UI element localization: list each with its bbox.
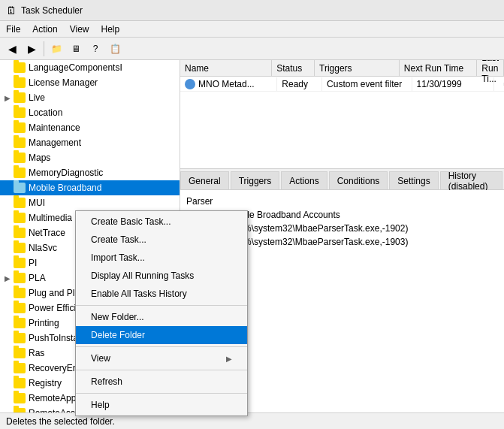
detail-row-1: Parser: [186, 196, 498, 207]
tree-item-licensemanager[interactable]: License Manager: [0, 75, 180, 90]
folder-icon: [14, 122, 26, 133]
col-header-triggers[interactable]: Triggers: [315, 60, 400, 76]
ctx-enable-history[interactable]: Enable All Tasks History: [76, 285, 247, 303]
folder-icon: [14, 77, 26, 88]
toolbar: ◀ ▶ 📁 🖥 ? 📋: [0, 38, 504, 60]
folder-icon: [14, 92, 26, 103]
ctx-display-running[interactable]: Display All Running Tasks: [76, 267, 247, 285]
tree-item-label: NetTrace: [29, 228, 65, 238]
main-layout: LanguageComponentsI License Manager ▶ Li…: [0, 60, 504, 429]
expand-icon: [3, 153, 12, 162]
expand-icon: [3, 334, 12, 343]
expand-icon: [3, 304, 12, 313]
table-row[interactable]: MNO Metad... Ready Custom event filter 1…: [180, 77, 504, 92]
tab-history[interactable]: History (disabled): [440, 171, 502, 189]
app-icon: 🗓: [6, 5, 17, 17]
title-bar: 🗓 Task Scheduler: [0, 0, 504, 21]
expand-icon: [3, 349, 12, 358]
expand-icon: ▶: [3, 273, 12, 282]
ctx-separator-2: [76, 346, 247, 347]
menu-action[interactable]: Action: [26, 21, 63, 37]
tree-item-label: LanguageComponentsI: [29, 62, 122, 73]
col-header-name[interactable]: Name: [180, 60, 272, 76]
expand-icon: [3, 379, 12, 388]
col-header-last[interactable]: Last Run Ti...: [477, 60, 504, 76]
tree-item-maps[interactable]: Maps: [0, 150, 180, 165]
cell-next-run: 11/30/1999: [412, 77, 494, 91]
cell-last-run: [494, 83, 504, 86]
expand-icon: [3, 289, 12, 298]
ctx-view[interactable]: View ▶: [76, 349, 247, 367]
help-button[interactable]: ?: [86, 40, 104, 58]
folder-icon: [14, 243, 26, 253]
tree-item-label: Maintenance: [29, 122, 80, 133]
tree-item-memorydiagnostic[interactable]: MemoryDiagnostic: [0, 165, 180, 180]
cell-status: Ready: [277, 77, 322, 91]
ctx-help[interactable]: Help: [76, 396, 247, 414]
folder-icon: [14, 393, 26, 403]
ctx-view-label: View: [91, 353, 110, 364]
tree-item-live[interactable]: ▶ Live: [0, 90, 180, 105]
expand-icon: ▶: [3, 93, 12, 102]
table-header: Name Status Triggers Next Run Time Last …: [180, 60, 504, 77]
ctx-new-folder[interactable]: New Folder...: [76, 308, 247, 326]
tree-item-label: MUI: [29, 198, 45, 208]
tree-item-label: License Manager: [29, 77, 98, 88]
folder-icon: [14, 348, 26, 358]
app-title: Task Scheduler: [21, 5, 83, 16]
tab-settings[interactable]: Settings: [389, 171, 438, 189]
folder-icon: [14, 183, 26, 193]
forward-button[interactable]: ▶: [23, 40, 41, 58]
folder-icon: [14, 137, 26, 148]
detail-value-1: Parser: [186, 196, 213, 207]
toolbar-separator-1: [44, 41, 44, 56]
task-icon: [185, 79, 195, 89]
tree-item-languagecomponents[interactable]: LanguageComponentsI: [0, 60, 180, 75]
ctx-separator-3: [76, 370, 247, 370]
folder-icon: [14, 363, 26, 373]
tree-item-mui[interactable]: MUI: [0, 195, 180, 210]
menu-file[interactable]: File: [0, 21, 26, 37]
ctx-refresh[interactable]: Refresh: [76, 373, 247, 391]
back-button[interactable]: ◀: [3, 40, 21, 58]
folder-button[interactable]: 📁: [47, 40, 65, 58]
expand-icon: [3, 394, 12, 403]
tree-item-label: PI: [29, 258, 37, 268]
tree-item-label: Printing: [29, 318, 59, 328]
ctx-delete-folder[interactable]: Delete Folder: [76, 326, 247, 344]
tree-item-label: MemoryDiagnostic: [29, 168, 103, 178]
expand-icon: [3, 123, 12, 132]
tab-general[interactable]: General: [180, 171, 229, 189]
expand-icon: [3, 78, 12, 87]
folder-icon: [14, 288, 26, 298]
col-header-next[interactable]: Next Run Time: [400, 60, 478, 76]
properties-button[interactable]: 📋: [106, 40, 124, 58]
menu-bar: File Action View Help: [0, 21, 504, 38]
tab-actions[interactable]: Actions: [281, 171, 327, 189]
folder-icon: [14, 378, 26, 388]
menu-help[interactable]: Help: [95, 21, 126, 37]
col-header-status[interactable]: Status: [272, 60, 315, 76]
tree-item-maintenance[interactable]: Maintenance: [0, 120, 180, 135]
tree-item-label: Multimedia: [29, 213, 72, 223]
tree-item-location[interactable]: Location: [0, 105, 180, 120]
expand-icon: [3, 258, 12, 267]
tree-item-label: Mobile Broadband: [29, 183, 101, 193]
menu-view[interactable]: View: [64, 21, 95, 37]
tab-conditions[interactable]: Conditions: [329, 171, 388, 189]
tab-triggers[interactable]: Triggers: [231, 171, 280, 189]
screen-button[interactable]: 🖥: [67, 40, 85, 58]
expand-icon: [3, 63, 12, 72]
expand-icon: [3, 364, 12, 373]
tree-item-mobilebroadband[interactable]: Mobile Broadband: [0, 180, 180, 195]
expand-icon: [3, 319, 12, 328]
ctx-create-basic-task[interactable]: Create Basic Task...: [76, 213, 247, 231]
expand-icon: [3, 183, 12, 192]
folder-icon: [14, 168, 26, 178]
ctx-create-task[interactable]: Create Task...: [76, 231, 247, 249]
ctx-import-task[interactable]: Import Task...: [76, 249, 247, 267]
detail-tabs: General Triggers Actions Conditions Sett…: [180, 169, 504, 190]
tree-item-label: PLA: [29, 273, 46, 283]
tree-item-management[interactable]: Management: [0, 135, 180, 150]
ctx-arrow-icon: ▶: [226, 355, 232, 363]
